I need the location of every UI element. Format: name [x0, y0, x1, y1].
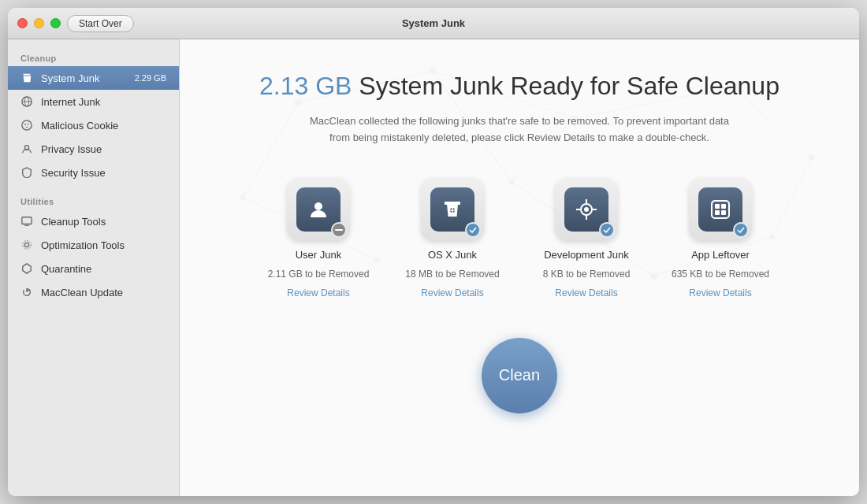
sidebar-item-privacy-issue[interactable]: Privacy Issue — [8, 137, 179, 161]
sidebar-item-label: Quarantine — [41, 263, 166, 275]
titlebar: Start Over System Junk — [8, 8, 859, 39]
headline: 2.13 GB System Junk Ready for Safe Clean… — [259, 71, 780, 101]
subtitle: MacClean collected the following junks t… — [299, 113, 740, 146]
app-leftover-review-link[interactable]: Review Details — [689, 287, 751, 298]
junk-item-dev-junk: Development Junk 8 KB to be Removed Revi… — [531, 178, 642, 298]
minimize-button[interactable] — [34, 18, 44, 28]
internet-junk-icon — [20, 95, 33, 108]
quarantine-icon — [20, 262, 33, 275]
main-content: 2.13 GB System Junk Ready for Safe Clean… — [180, 39, 859, 496]
sidebar-item-badge: 2.29 GB — [135, 73, 166, 83]
osx-junk-name: OS X Junk — [428, 249, 477, 261]
macclean-update-icon — [20, 286, 33, 298]
svg-point-33 — [314, 202, 322, 210]
osx-junk-size: 18 MB to be Removed — [405, 269, 499, 280]
svg-rect-45 — [712, 201, 729, 218]
sidebar-item-macclean-update[interactable]: MacClean Update — [8, 280, 179, 304]
sidebar-item-quarantine[interactable]: Quarantine — [8, 257, 179, 280]
osx-junk-badge — [465, 222, 481, 238]
dev-junk-badge — [599, 222, 615, 238]
optimization-tools-icon — [20, 239, 33, 251]
sidebar-item-label: Internet Junk — [41, 96, 166, 108]
sidebar-item-label: Security Issue — [41, 167, 166, 179]
dev-junk-name: Development Junk — [544, 249, 629, 261]
svg-point-40 — [584, 207, 589, 212]
dev-junk-size: 8 KB to be Removed — [543, 269, 631, 280]
user-junk-badge — [331, 222, 347, 238]
junk-item-user-junk: User Junk 2.11 GB to be Removed Review D… — [263, 178, 374, 298]
window-title: System Junk — [402, 17, 465, 29]
dev-junk-review-link[interactable]: Review Details — [555, 287, 617, 298]
system-junk-icon — [20, 72, 33, 84]
user-junk-review-link[interactable]: Review Details — [287, 287, 349, 298]
clean-button[interactable]: Clean — [482, 338, 557, 413]
app-leftover-badge — [733, 222, 749, 238]
user-junk-size: 2.11 GB to be Removed — [268, 269, 370, 280]
sidebar-item-optimization-tools[interactable]: Optimization Tools — [8, 233, 179, 257]
close-button[interactable] — [17, 18, 28, 28]
svg-rect-35 — [445, 202, 460, 205]
malicious-cookie-icon — [20, 119, 33, 132]
junk-item-osx-junk: OS X Junk 18 MB to be Removed Review Det… — [397, 178, 508, 298]
start-over-button[interactable]: Start Over — [67, 15, 134, 32]
dev-junk-icon-wrapper — [555, 178, 618, 241]
app-leftover-name: App Leftover — [691, 249, 750, 261]
svg-point-5 — [28, 123, 29, 124]
sidebar-item-security-issue[interactable]: Security Issue — [8, 161, 179, 184]
headline-size: 2.13 GB — [259, 72, 352, 100]
sidebar-item-malicious-cookie[interactable]: Malicious Cookie — [8, 113, 179, 137]
traffic-lights — [17, 18, 61, 28]
sidebar: Cleanup System Junk 2.29 GB — [8, 39, 180, 496]
svg-point-7 — [24, 146, 28, 150]
sidebar-item-label: Privacy Issue — [41, 143, 166, 155]
headline-text: System Junk Ready for Safe Cleanup — [352, 72, 780, 100]
svg-point-10 — [24, 243, 28, 246]
sidebar-item-label: System Junk — [41, 72, 127, 84]
sidebar-item-label: Cleanup Tools — [41, 216, 166, 228]
svg-rect-34 — [335, 229, 343, 231]
cleanup-tools-icon — [20, 215, 33, 228]
sidebar-item-label: Malicious Cookie — [41, 120, 166, 132]
svg-rect-48 — [715, 210, 720, 215]
osx-junk-icon-wrapper — [421, 178, 484, 241]
app-leftover-icon-wrapper — [689, 178, 752, 241]
cleanup-section-label: Cleanup — [8, 49, 179, 66]
user-junk-name: User Junk — [296, 249, 342, 261]
user-junk-icon-wrapper — [287, 178, 350, 241]
content-inner: 2.13 GB System Junk Ready for Safe Clean… — [195, 71, 843, 413]
svg-point-3 — [22, 120, 32, 130]
sidebar-item-label: Optimization Tools — [41, 239, 166, 251]
svg-rect-49 — [721, 210, 726, 215]
junk-item-app-leftover: App Leftover 635 KB to be Removed Review… — [665, 178, 776, 298]
app-window: Start Over System Junk Cleanup System Ju… — [8, 8, 859, 496]
maximize-button[interactable] — [50, 18, 61, 28]
app-leftover-size: 635 KB to be Removed — [672, 269, 769, 280]
svg-rect-46 — [715, 204, 720, 209]
security-issue-icon — [20, 166, 33, 179]
privacy-issue-icon — [20, 143, 33, 155]
osx-junk-review-link[interactable]: Review Details — [421, 287, 483, 298]
svg-point-6 — [26, 127, 28, 128]
sidebar-item-system-junk[interactable]: System Junk 2.29 GB — [8, 66, 179, 90]
svg-point-11 — [23, 241, 32, 250]
main-layout: Cleanup System Junk 2.29 GB — [8, 39, 859, 496]
svg-point-4 — [24, 124, 26, 125]
utilities-section-label: Utilities — [8, 192, 179, 209]
sidebar-item-cleanup-tools[interactable]: Cleanup Tools — [8, 209, 179, 233]
svg-rect-8 — [22, 217, 32, 224]
svg-rect-47 — [721, 204, 726, 209]
sidebar-item-internet-junk[interactable]: Internet Junk — [8, 90, 179, 113]
sidebar-item-label: MacClean Update — [41, 287, 166, 298]
junk-items-row: User Junk 2.11 GB to be Removed Review D… — [263, 178, 776, 298]
